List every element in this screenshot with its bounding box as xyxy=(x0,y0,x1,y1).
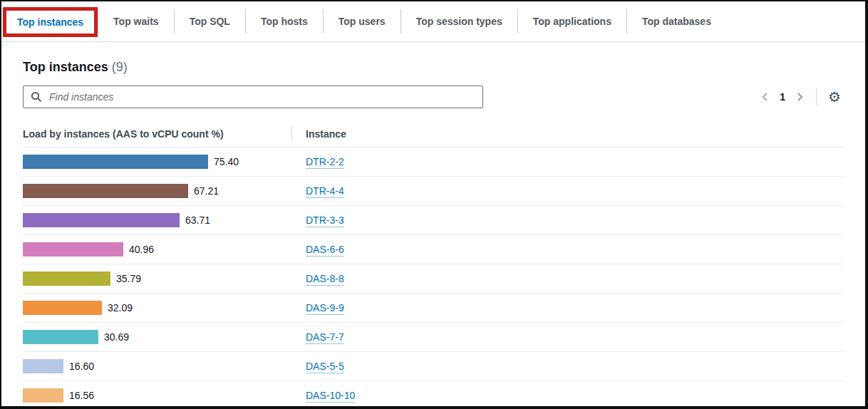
load-value: 40.96 xyxy=(129,244,154,255)
load-bar xyxy=(23,359,63,373)
gear-icon[interactable]: ⚙ xyxy=(828,90,841,104)
tab-label: Top instances xyxy=(17,16,83,28)
annotation-highlight-box: Top instances xyxy=(3,7,98,37)
load-cell: 32.09 xyxy=(23,301,292,315)
table-row: 67.21 DTR-4-4 xyxy=(23,177,844,206)
instance-link[interactable]: DTR-3-3 xyxy=(306,214,344,227)
tab-label: Top applications xyxy=(533,16,611,27)
table-row: 32.09 DAS-9-9 xyxy=(23,294,844,323)
chevron-left-icon xyxy=(760,91,770,103)
tab-label: Top SQL xyxy=(190,16,230,27)
tab-label: Top databases xyxy=(642,16,711,27)
table-row: 30.69 DAS-7-7 xyxy=(23,323,844,352)
table-body: 75.40 DTR-2-2 67.21 DTR-4-4 63.71 xyxy=(23,147,844,409)
tab-label: Top session types xyxy=(416,16,502,27)
table-row: 40.96 DAS-6-6 xyxy=(23,235,844,264)
instances-table: Load by instances (AAS to vCPU count %) … xyxy=(23,121,844,409)
tab-top-waits[interactable]: Top waits xyxy=(98,16,174,27)
panel-content: Top instances (9) xyxy=(1,60,865,409)
table-row: 63.71 DTR-3-3 xyxy=(23,206,844,235)
instance-cell: DTR-4-4 xyxy=(292,185,344,197)
load-value: 30.69 xyxy=(104,331,129,343)
panel-count: (9) xyxy=(112,60,128,74)
load-cell: 16.56 xyxy=(23,388,292,403)
load-bar xyxy=(23,271,110,286)
pager-divider xyxy=(816,88,817,106)
table-row: 35.79 DAS-8-8 xyxy=(23,264,844,294)
tab-top-instances[interactable]: Top instances xyxy=(17,16,83,28)
column-header-load: Load by instances (AAS to vCPU count %) xyxy=(23,128,291,140)
load-cell: 67.21 xyxy=(23,184,292,198)
instance-cell: DAS-6-6 xyxy=(292,243,344,256)
panel-title-text: Top instances xyxy=(23,60,108,74)
load-value: 16.60 xyxy=(69,361,94,372)
pagination: 1 ⚙ xyxy=(760,88,841,106)
search-box[interactable] xyxy=(23,86,483,108)
performance-insights-panel: Top instancesTop waitsTop SQLTop hostsTo… xyxy=(0,0,868,409)
chevron-right-icon xyxy=(795,91,805,103)
tab-label: Top waits xyxy=(113,16,159,27)
load-value: 16.56 xyxy=(69,390,94,401)
load-value: 75.40 xyxy=(214,156,239,167)
tab-top-hosts[interactable]: Top hosts xyxy=(246,16,323,27)
instance-cell: DAS-9-9 xyxy=(292,301,344,314)
tab-top-applications[interactable]: Top applications xyxy=(518,16,626,27)
search-icon xyxy=(31,91,42,103)
instance-link[interactable]: DAS-6-6 xyxy=(306,244,344,257)
load-bar xyxy=(23,184,188,198)
search-input[interactable] xyxy=(48,90,475,103)
instance-cell: DAS-10-10 xyxy=(292,389,355,402)
tab-label: Top users xyxy=(339,16,386,27)
instance-cell: DTR-3-3 xyxy=(292,214,344,227)
page-title: Top instances (9) xyxy=(23,60,844,75)
load-cell: 35.79 xyxy=(23,271,292,286)
tab-top-session-types[interactable]: Top session types xyxy=(401,16,517,27)
table-header: Load by instances (AAS to vCPU count %) … xyxy=(23,121,844,147)
current-page-number[interactable]: 1 xyxy=(780,91,785,103)
column-header-instance: Instance xyxy=(292,128,346,140)
load-value: 67.21 xyxy=(194,185,219,197)
previous-page-button[interactable] xyxy=(760,91,770,103)
tab-top-users[interactable]: Top users xyxy=(324,16,401,27)
load-bar xyxy=(23,155,208,169)
toolbar: 1 ⚙ xyxy=(23,86,844,108)
instance-link[interactable]: DAS-5-5 xyxy=(306,361,344,373)
table-row: 16.56 DAS-10-10 xyxy=(23,381,844,409)
load-bar xyxy=(23,388,63,403)
instance-link[interactable]: DTR-4-4 xyxy=(306,185,344,198)
instance-cell: DTR-2-2 xyxy=(292,155,344,168)
load-bar xyxy=(23,213,180,227)
load-cell: 16.60 xyxy=(23,359,292,373)
load-value: 35.79 xyxy=(116,273,141,284)
load-cell: 63.71 xyxy=(23,213,292,227)
instance-cell: DAS-7-7 xyxy=(292,331,344,343)
table-row: 75.40 DTR-2-2 xyxy=(23,147,844,177)
tab-top-databases[interactable]: Top databases xyxy=(627,16,726,27)
load-cell: 40.96 xyxy=(23,242,292,257)
load-bar xyxy=(23,330,98,344)
instance-cell: DAS-5-5 xyxy=(292,360,344,373)
table-row: 16.60 DAS-5-5 xyxy=(23,352,844,381)
instance-link[interactable]: DAS-10-10 xyxy=(306,390,355,403)
instance-link[interactable]: DTR-2-2 xyxy=(306,156,344,169)
load-cell: 75.40 xyxy=(23,155,292,169)
top-dimensions-tabbar: Top instancesTop waitsTop SQLTop hostsTo… xyxy=(1,1,865,42)
instance-link[interactable]: DAS-7-7 xyxy=(306,331,344,344)
load-bar xyxy=(23,301,102,315)
tab-top-sql[interactable]: Top SQL xyxy=(175,16,245,27)
load-value: 63.71 xyxy=(185,214,210,226)
instance-cell: DAS-8-8 xyxy=(292,272,344,285)
load-value: 32.09 xyxy=(108,302,133,314)
load-bar xyxy=(23,242,123,257)
next-page-button[interactable] xyxy=(795,91,805,103)
instance-link[interactable]: DAS-8-8 xyxy=(306,273,344,286)
instance-link[interactable]: DAS-9-9 xyxy=(306,302,344,315)
tab-label: Top hosts xyxy=(261,16,308,27)
load-cell: 30.69 xyxy=(23,330,292,344)
